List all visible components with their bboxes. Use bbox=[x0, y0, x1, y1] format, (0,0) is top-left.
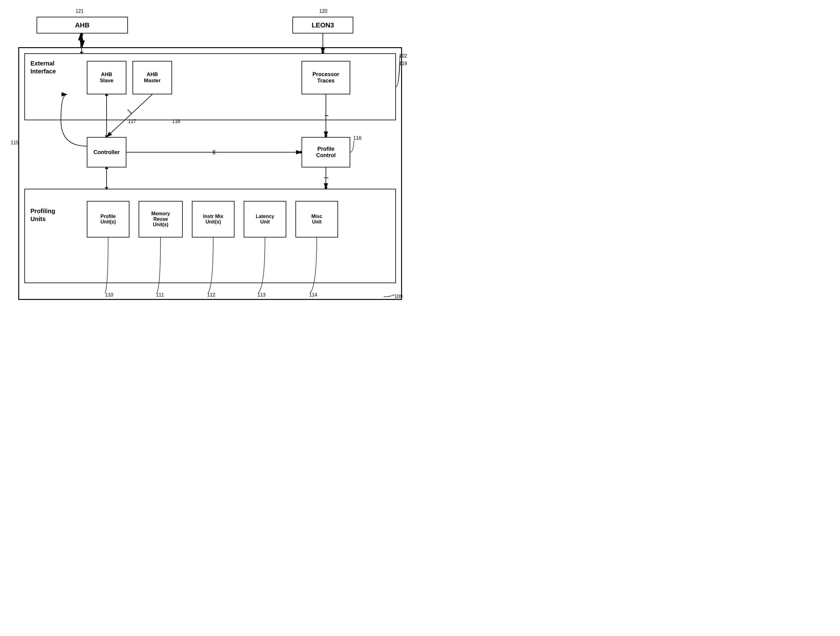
ref-102: 102 bbox=[399, 53, 407, 59]
ref-110: 110 bbox=[105, 292, 113, 298]
instr-mix-label: Instr MixUnit(s) bbox=[203, 214, 223, 225]
ahb-master-box: AHBMaster bbox=[133, 61, 172, 95]
profiling-units-label: ProfilingUnits bbox=[30, 207, 55, 223]
ref-112: 112 bbox=[207, 292, 215, 298]
latency-unit-box: LatencyUnit bbox=[244, 201, 286, 237]
ref-116: 116 bbox=[353, 136, 362, 141]
misc-unit-box: MiscUnit bbox=[295, 201, 338, 237]
ahb-label: AHB bbox=[75, 21, 90, 29]
misc-unit-label: MiscUnit bbox=[311, 214, 322, 225]
ref-121: 121 bbox=[76, 8, 84, 14]
ref-115: 115 bbox=[11, 140, 19, 145]
ahb-slave-box: AHBSlave bbox=[87, 61, 126, 95]
memory-reuse-label: MemoryReuseUnit(s) bbox=[152, 211, 170, 227]
ahb-box: AHB bbox=[36, 17, 128, 33]
ahb-slave-label: AHBSlave bbox=[100, 71, 113, 84]
profile-control-label: ProfileControl bbox=[316, 146, 336, 159]
profile-units-box: ProfileUnit(s) bbox=[87, 201, 129, 237]
ref-117: 117 bbox=[128, 119, 136, 124]
ref-118: 118 bbox=[172, 119, 180, 124]
external-interface-label: ExternalInterface bbox=[30, 59, 56, 75]
leon3-box: LEON3 bbox=[292, 17, 353, 33]
ref-100: 100 bbox=[395, 294, 403, 299]
profile-units-label: ProfileUnit(s) bbox=[101, 214, 116, 225]
processor-traces-box: ProcessorTraces bbox=[302, 61, 350, 95]
ref-111: 111 bbox=[156, 292, 164, 298]
ref-120: 120 bbox=[319, 8, 327, 14]
instr-mix-box: Instr MixUnit(s) bbox=[192, 201, 235, 237]
latency-unit-label: LatencyUnit bbox=[256, 214, 274, 225]
ahb-master-label: AHBMaster bbox=[144, 71, 161, 84]
proc-traces-label: ProcessorTraces bbox=[313, 71, 339, 84]
memory-reuse-box: MemoryReuseUnit(s) bbox=[139, 201, 183, 237]
ref-113: 113 bbox=[257, 292, 265, 298]
ref-119: 119 bbox=[399, 61, 407, 66]
profile-control-box: ProfileControl bbox=[302, 137, 350, 167]
controller-label: Controller bbox=[93, 149, 120, 156]
leon3-label: LEON3 bbox=[311, 21, 334, 29]
ref-114: 114 bbox=[309, 292, 317, 298]
diagram-container: 121 120 AHB LEON3 ExternalInterface AHBS… bbox=[0, 0, 420, 318]
controller-box: Controller bbox=[87, 137, 126, 167]
